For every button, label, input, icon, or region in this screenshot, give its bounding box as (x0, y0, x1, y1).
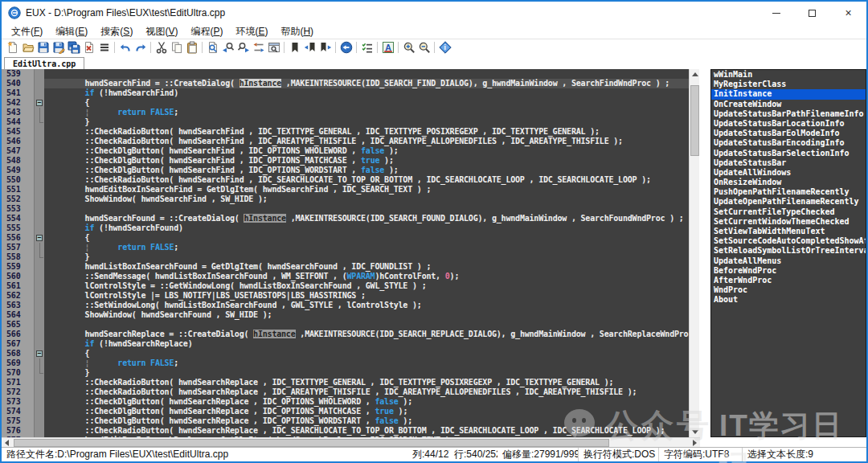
code-text[interactable]: ::CheckRadioButton( hwndSearchFind , IDC… (44, 127, 689, 137)
fold-margin[interactable] (34, 108, 44, 117)
toolbar-todo-list-button[interactable] (359, 40, 375, 55)
code-text[interactable]: { (44, 233, 689, 243)
fold-margin[interactable]: − (34, 98, 44, 108)
code-text[interactable]: } (44, 252, 689, 262)
toolbar-zoom-out-button[interactable] (416, 40, 432, 55)
code-text[interactable]: if (!hwndSearchReplace) (44, 339, 689, 349)
toolbar-paste-button[interactable] (184, 40, 199, 55)
code-text[interactable]: { (44, 349, 689, 359)
fold-margin[interactable] (34, 117, 44, 127)
vertical-scrollbar[interactable] (689, 69, 699, 437)
code-text[interactable]: lControlStyle |= LBS_NOTIFY|LBS_USETABST… (44, 291, 689, 301)
line-number[interactable]: 573 (2, 397, 34, 407)
fold-collapse-icon[interactable]: − (36, 350, 43, 357)
line-number[interactable]: 555 (2, 223, 34, 233)
code-text[interactable]: ¦ return FALSE; (44, 359, 689, 368)
line-number[interactable]: 542 (2, 98, 34, 108)
code-text[interactable]: ::CheckRadioButton( hwndSearchReplace , … (44, 387, 689, 397)
line-number[interactable]: 557 (2, 243, 34, 252)
line-number[interactable]: 571 (2, 378, 34, 387)
fold-margin[interactable] (34, 185, 44, 195)
fold-collapse-icon[interactable]: − (36, 235, 43, 241)
menu-e[interactable]: 环境(E) (229, 25, 274, 39)
line-number[interactable]: 562 (2, 291, 34, 301)
line-number[interactable]: 551 (2, 185, 34, 195)
code-text[interactable]: hwndSearchFound = ::CreateDialog( hInsta… (44, 214, 689, 223)
line-number[interactable]: 548 (2, 156, 34, 166)
toolbar-go-back-button[interactable] (338, 40, 354, 55)
fold-margin[interactable] (34, 69, 44, 79)
scroll-down-icon[interactable] (690, 427, 700, 437)
code-text[interactable]: ¦ return FALSE; (44, 243, 689, 252)
function-list-item[interactable]: OnCreateWindow (711, 100, 866, 109)
line-number[interactable]: 543 (2, 108, 34, 117)
fold-margin[interactable] (34, 387, 44, 397)
fold-margin[interactable] (34, 426, 44, 436)
function-list-item[interactable]: About (711, 295, 866, 305)
function-list-item[interactable]: UpdateStatusBar (711, 158, 866, 168)
code-text[interactable]: hwndSearchFind = ::CreateDialog( hInstan… (44, 79, 689, 88)
line-number[interactable]: 569 (2, 359, 34, 368)
horizontal-scrollbar[interactable] (2, 437, 700, 447)
function-list-item[interactable]: SetSourceCodeAutoCompletedShowAf (711, 236, 866, 246)
fold-margin[interactable] (34, 281, 44, 291)
toolbar-bookmark-button[interactable] (287, 40, 302, 55)
line-number[interactable]: 544 (2, 117, 34, 127)
fold-margin[interactable] (34, 397, 44, 407)
scroll-right-icon[interactable] (690, 438, 700, 448)
line-number[interactable]: 574 (2, 407, 34, 416)
menu-v[interactable]: 视图(V) (139, 25, 184, 39)
function-list-item[interactable]: UpdateAllMenus (711, 256, 866, 266)
line-number[interactable]: 546 (2, 137, 34, 146)
fold-margin[interactable] (34, 252, 44, 262)
function-list-item[interactable]: UpdateStatusBarPathFilenameInfo (711, 109, 866, 119)
fold-margin[interactable] (34, 243, 44, 252)
title-bar[interactable]: EUX - D:\Program Files\EUX\test\EditUltr… (2, 2, 866, 24)
close-button[interactable]: × (830, 2, 866, 24)
line-number[interactable]: 568 (2, 349, 34, 359)
toolbar-syntax-color-button[interactable]: A (380, 40, 395, 55)
fold-margin[interactable] (34, 166, 44, 175)
function-list-item[interactable]: MyRegisterClass (711, 80, 866, 89)
code-text[interactable]: ¦ return FALSE; (44, 108, 689, 117)
fold-margin[interactable] (34, 291, 44, 301)
line-number[interactable]: 570 (2, 368, 34, 378)
toolbar-bookmark-next-button[interactable] (317, 40, 333, 55)
fold-margin[interactable] (34, 330, 44, 339)
code-text[interactable]: ::CheckDlgButton( hwndSearchReplace , ID… (44, 407, 689, 416)
line-number[interactable]: 552 (2, 195, 34, 204)
fold-margin[interactable] (34, 368, 44, 378)
fold-margin[interactable] (34, 301, 44, 310)
fold-margin[interactable] (34, 378, 44, 387)
line-number[interactable]: 540 (2, 79, 34, 88)
function-list-item[interactable]: BeforeWndProc (711, 266, 866, 276)
function-list-item[interactable]: SetViewTabWidthMenuText (711, 227, 866, 236)
toolbar-bookmark-prev-button[interactable] (302, 40, 317, 55)
fold-margin[interactable] (34, 146, 44, 156)
tab-editultra-cpp[interactable]: EditUltra.cpp (4, 57, 84, 69)
toolbar-find-in-files-button[interactable] (266, 40, 281, 55)
toolbar-save-all-button[interactable] (66, 40, 81, 55)
fold-margin[interactable] (34, 262, 44, 272)
function-list-item[interactable]: AfterWndProc (711, 276, 866, 285)
line-number[interactable]: 567 (2, 339, 34, 349)
line-number[interactable]: 564 (2, 310, 34, 320)
fold-margin[interactable] (34, 359, 44, 368)
line-number[interactable]: 549 (2, 166, 34, 175)
code-text[interactable]: ::CheckDlgButton( hwndSearchReplace , ID… (44, 416, 689, 426)
function-list-item[interactable]: wWinMain (711, 70, 866, 80)
line-number[interactable]: 566 (2, 330, 34, 339)
line-number[interactable]: 565 (2, 320, 34, 330)
fold-collapse-icon[interactable]: − (36, 100, 43, 106)
code-text[interactable]: ::SendMessage( hwndListBoxInSearchFound … (44, 272, 689, 281)
line-number[interactable]: 545 (2, 127, 34, 137)
code-text[interactable]: { (44, 98, 689, 108)
code-text[interactable]: hwndListBoxInSearchFound = GetDlgItem( h… (44, 262, 689, 272)
code-text[interactable]: ShowWindow( hwndSearchFound , SW_HIDE ); (44, 310, 689, 320)
code-text[interactable]: ::CheckRadioButton( hwndSearchReplace , … (44, 378, 689, 387)
fold-margin[interactable] (34, 195, 44, 204)
menu-f[interactable]: 文件(F) (5, 25, 49, 39)
line-number[interactable]: 563 (2, 301, 34, 310)
toolbar-doc-list-button[interactable] (96, 40, 112, 55)
function-list-item[interactable]: UpdateStatusBarLocationInfo (711, 119, 866, 129)
